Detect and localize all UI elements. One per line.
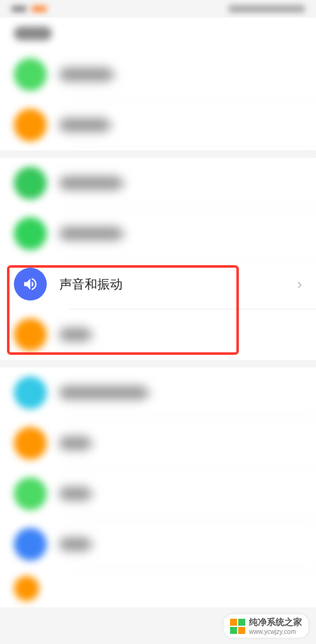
chevron-right-icon: › (123, 225, 128, 242)
settings-row[interactable]: › (0, 49, 316, 100)
chevron-right-icon: › (113, 66, 118, 83)
app-icon (14, 427, 47, 460)
chevron-right-icon: › (91, 326, 96, 343)
chevron-right-icon: › (91, 434, 96, 452)
app-icon (14, 576, 39, 601)
app-icon (14, 58, 47, 91)
app-icon (14, 109, 47, 141)
watermark-logo-icon (230, 619, 245, 634)
settings-row[interactable]: › (0, 208, 316, 259)
settings-row[interactable]: › (0, 367, 316, 418)
app-icon (14, 477, 47, 510)
watermark-url: www.ycwjzy.com (249, 628, 302, 635)
settings-row-sound-vibration[interactable]: 声音和振动 › (0, 259, 316, 309)
app-icon (14, 376, 47, 409)
chevron-right-icon: › (148, 384, 153, 402)
settings-row[interactable]: › (0, 158, 316, 208)
settings-row[interactable]: › (0, 519, 316, 569)
status-bar (0, 0, 316, 18)
chevron-right-icon: › (123, 174, 128, 192)
settings-row[interactable]: › (0, 100, 316, 150)
app-icon (14, 528, 47, 561)
chevron-right-icon: › (297, 275, 302, 293)
chevron-right-icon: › (91, 535, 96, 553)
watermark-name: 纯净系统之家 (249, 617, 302, 628)
settings-row[interactable]: › (0, 309, 316, 360)
section-header (0, 18, 316, 49)
sound-icon (14, 268, 47, 301)
settings-row[interactable]: › (0, 468, 316, 519)
settings-row-label: 声音和振动 (59, 276, 297, 293)
app-icon (14, 318, 47, 351)
settings-row[interactable] (0, 569, 316, 607)
settings-row[interactable]: › (0, 418, 316, 468)
app-icon (14, 217, 47, 250)
watermark: 纯净系统之家 www.ycwjzy.com (224, 614, 308, 638)
chevron-right-icon: › (91, 485, 96, 503)
app-icon (14, 167, 47, 200)
chevron-right-icon: › (110, 116, 115, 134)
